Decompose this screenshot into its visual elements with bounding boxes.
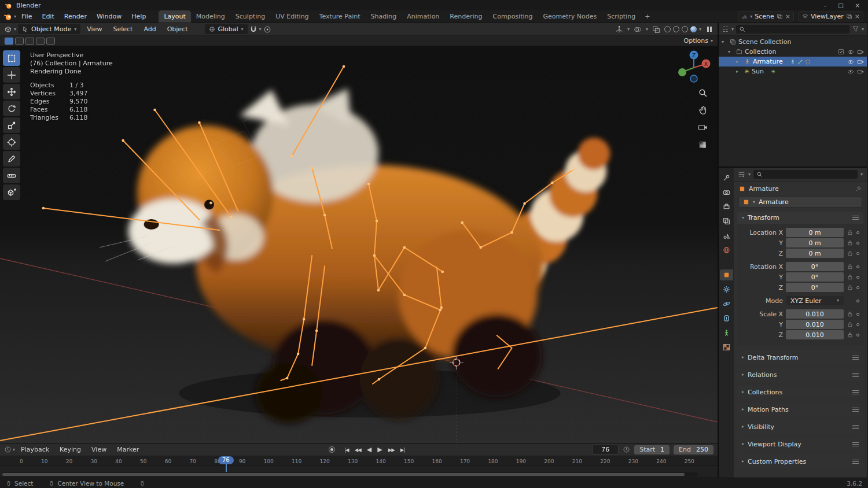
jump-prev-keyframe-button[interactable]: ◀◀: [352, 446, 363, 453]
show-gizmo-icon[interactable]: [615, 25, 623, 34]
lock-icon[interactable]: [847, 263, 854, 270]
view-layer-selector[interactable]: ViewLayer ×: [799, 12, 863, 21]
tab-render[interactable]: [720, 187, 733, 198]
tab-geometry-nodes[interactable]: Geometry Nodes: [538, 10, 602, 23]
chevron-down-icon[interactable]: ▾: [860, 172, 863, 177]
menu-view[interactable]: View: [87, 444, 111, 455]
chevron-down-icon[interactable]: ▾: [699, 27, 701, 32]
tab-world[interactable]: [720, 245, 733, 256]
new-scene-icon[interactable]: [777, 13, 783, 20]
properties-editor-icon[interactable]: [738, 171, 745, 178]
timeline-tick[interactable]: 250: [685, 459, 694, 464]
timeline-tick[interactable]: 180: [488, 459, 498, 464]
animate-dot-icon[interactable]: [856, 286, 859, 289]
timeline-tick[interactable]: 160: [432, 459, 442, 464]
pin-icon[interactable]: [855, 186, 862, 192]
axis-negative-z-ball[interactable]: [690, 75, 697, 82]
section-custom-properties[interactable]: ▸Custom Properties: [737, 455, 863, 468]
tab-sculpting[interactable]: Sculpting: [230, 10, 270, 23]
tab-rendering[interactable]: Rendering: [444, 10, 487, 23]
animate-dot-icon[interactable]: [856, 231, 859, 234]
filter-icon[interactable]: [852, 25, 859, 33]
select-mode-invert-icon[interactable]: [36, 38, 45, 45]
tool-move[interactable]: [3, 84, 20, 99]
section-viewport-display[interactable]: ▸Viewport Display: [737, 438, 863, 450]
timeline-tick[interactable]: 120: [320, 459, 330, 464]
outliner-search-input[interactable]: [748, 26, 847, 33]
timeline-tick[interactable]: 90: [239, 459, 245, 464]
timeline-tick[interactable]: 170: [460, 459, 470, 464]
jump-to-end-button[interactable]: ▶|: [398, 446, 407, 453]
timeline-tick[interactable]: 130: [348, 459, 358, 464]
add-workspace-button[interactable]: +: [641, 10, 654, 23]
lock-icon[interactable]: [847, 250, 854, 257]
bone-data-icon[interactable]: [797, 59, 803, 65]
outliner-row-sun[interactable]: ▸ ☀ Sun ☀: [719, 66, 867, 76]
zoom-icon[interactable]: [698, 88, 708, 98]
tab-compositing[interactable]: Compositing: [488, 10, 538, 23]
lock-icon[interactable]: [847, 273, 854, 280]
timeline-scrollbar[interactable]: [2, 472, 698, 476]
tool-rotate[interactable]: [3, 101, 20, 116]
transform-orientation-selector[interactable]: Global ▾: [205, 24, 248, 34]
tab-modifiers[interactable]: [720, 284, 733, 295]
select-mode-intersect-icon[interactable]: [46, 38, 55, 45]
show-overlays-icon[interactable]: [634, 25, 642, 34]
checkbox-icon[interactable]: [838, 49, 844, 55]
auto-keying-record-icon[interactable]: [329, 446, 335, 453]
shading-wireframe-icon[interactable]: [664, 26, 671, 32]
tab-uv-editing[interactable]: UV Editing: [270, 10, 314, 23]
rotation-z-field[interactable]: 0°: [786, 283, 844, 292]
grip-icon[interactable]: [852, 216, 859, 220]
lock-icon[interactable]: [847, 310, 854, 317]
timeline-tick[interactable]: 60: [165, 459, 171, 464]
section-delta-transform[interactable]: ▸Delta Transform: [737, 351, 863, 364]
section-visibility[interactable]: ▸Visibility: [737, 420, 863, 433]
editor-type-icon[interactable]: [4, 25, 12, 34]
play-button[interactable]: ▶: [375, 445, 384, 454]
grip-icon[interactable]: [852, 408, 859, 412]
location-z-field[interactable]: 0 m: [786, 249, 844, 258]
animate-dot-icon[interactable]: [856, 276, 859, 279]
animate-dot-icon[interactable]: [856, 265, 859, 268]
pan-hand-icon[interactable]: [698, 105, 708, 115]
shading-rendered-icon[interactable]: [690, 26, 697, 32]
tab-animation[interactable]: Animation: [402, 10, 444, 23]
jump-next-keyframe-button[interactable]: ▶▶: [386, 446, 397, 453]
lock-icon[interactable]: [847, 284, 854, 291]
section-relations[interactable]: ▸Relations: [737, 368, 863, 381]
tab-view-layer[interactable]: [720, 216, 733, 227]
tab-texture[interactable]: [720, 342, 733, 353]
tool-annotate[interactable]: [3, 151, 20, 167]
rotation-mode-dropdown[interactable]: XYZ Euler▾: [786, 296, 844, 305]
end-frame-field[interactable]: End250: [674, 445, 713, 454]
expand-icon[interactable]: ▸: [736, 69, 742, 74]
sun-data-icon[interactable]: ☀: [771, 69, 775, 75]
timeline-tick[interactable]: 240: [656, 459, 666, 464]
tab-object-data[interactable]: [720, 327, 733, 338]
tool-transform[interactable]: [3, 134, 20, 150]
timeline-tick[interactable]: 230: [628, 459, 638, 464]
tab-shading[interactable]: Shading: [366, 10, 402, 23]
camera-view-icon[interactable]: [698, 123, 708, 132]
grip-icon[interactable]: [852, 356, 859, 360]
camera-render-icon[interactable]: [857, 49, 864, 56]
object-name-field[interactable]: ▾ Armature: [738, 197, 862, 208]
timeline-tick[interactable]: 40: [115, 459, 122, 464]
timeline-tick[interactable]: 20: [66, 459, 72, 464]
proportional-editing-icon[interactable]: [263, 25, 271, 34]
timeline-tick[interactable]: 50: [140, 459, 146, 464]
lock-icon[interactable]: [847, 321, 854, 328]
outliner-search[interactable]: [736, 25, 849, 34]
menu-playback[interactable]: Playback: [16, 444, 54, 455]
maximize-button[interactable]: □: [838, 2, 843, 9]
expand-icon[interactable]: ▾: [722, 39, 727, 45]
pause-render-button[interactable]: [705, 25, 713, 33]
ortho-grid-icon[interactable]: ▦: [699, 140, 707, 148]
menu-window[interactable]: Window: [92, 11, 126, 22]
viewport-3d[interactable]: User Perspective (76) Collection | Armat…: [0, 46, 718, 443]
timeline-tick[interactable]: 100: [264, 459, 274, 464]
timeline-tick[interactable]: 140: [376, 459, 386, 464]
timeline-tick[interactable]: 190: [516, 459, 526, 464]
outliner-row-scene-collection[interactable]: ▾ Scene Collection: [719, 37, 867, 47]
